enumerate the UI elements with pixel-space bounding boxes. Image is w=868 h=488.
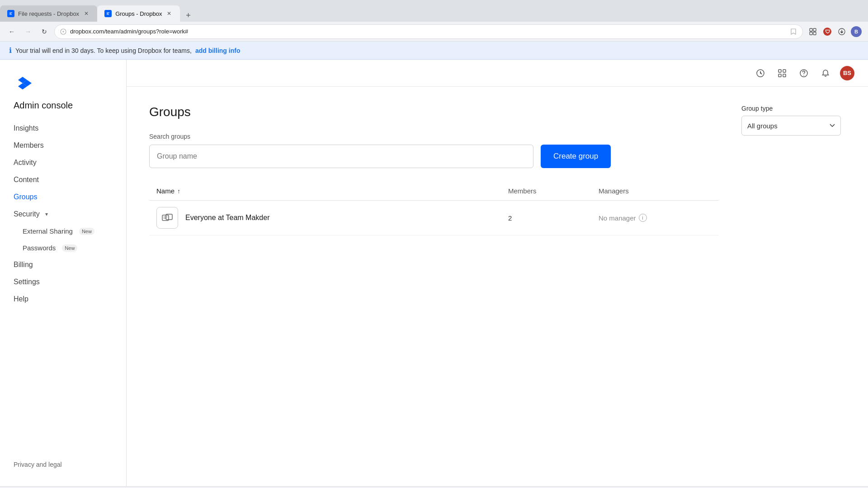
sidebar-item-external-sharing[interactable]: External Sharing New xyxy=(0,223,126,239)
sidebar-label-insights: Insights xyxy=(14,124,38,132)
info-circle-icon: ℹ xyxy=(9,46,12,55)
group-managers-cell: No manager i xyxy=(599,214,712,222)
sidebar: Admin console Insights Members Activity … xyxy=(0,60,127,486)
sidebar-label-billing: Billing xyxy=(14,261,33,269)
sort-icon: ↑ xyxy=(177,188,180,195)
table-header: Name ↑ Members Managers xyxy=(149,182,719,201)
group-members-count: 2 xyxy=(508,214,512,222)
main-topbar: BS xyxy=(127,60,868,87)
col-managers-label: Managers xyxy=(599,187,629,195)
tab-1-label: File requests - Dropbox xyxy=(18,10,79,17)
create-group-button[interactable]: Create group xyxy=(541,145,611,168)
tab-1-close[interactable]: ✕ xyxy=(83,10,90,17)
dropbox-logo[interactable] xyxy=(14,73,32,91)
sidebar-item-billing[interactable]: Billing xyxy=(0,256,126,273)
sidebar-label-help: Help xyxy=(14,295,28,303)
manager-info-icon[interactable]: i xyxy=(639,214,647,222)
sidebar-item-insights[interactable]: Insights xyxy=(0,120,126,137)
adblock-button[interactable]: 🛡 xyxy=(821,25,834,38)
avatar[interactable]: BS xyxy=(840,66,854,80)
sidebar-label-settings: Settings xyxy=(14,278,40,286)
tab-bar: File requests - Dropbox ✕ Groups - Dropb… xyxy=(0,0,868,22)
sidebar-item-help[interactable]: Help xyxy=(0,291,126,308)
nav-bar: ← → ↻ dropbox.com/team/admin/groups?role… xyxy=(0,22,868,42)
svg-rect-3 xyxy=(810,28,812,31)
passwords-badge: New xyxy=(62,244,77,252)
sidebar-item-settings[interactable]: Settings xyxy=(0,273,126,291)
logo-area xyxy=(0,69,126,100)
sidebar-item-groups[interactable]: Groups xyxy=(0,188,126,206)
sidebar-label-activity: Activity xyxy=(14,159,37,167)
col-name-header[interactable]: Name ↑ xyxy=(156,187,508,195)
forward-button[interactable]: → xyxy=(22,25,34,38)
back-button[interactable]: ← xyxy=(5,25,18,38)
tab-favicon-2 xyxy=(104,10,112,17)
grid-icon[interactable] xyxy=(775,66,789,80)
trial-banner-text: Your trial will end in 30 days. To keep … xyxy=(15,47,192,54)
bell-icon[interactable] xyxy=(818,66,833,80)
svg-point-14 xyxy=(803,75,804,75)
search-input[interactable] xyxy=(149,145,533,168)
lock-icon xyxy=(60,28,66,35)
group-icon xyxy=(156,207,178,229)
main-content: Groups Search groups Create group Name ↑ xyxy=(127,87,741,486)
col-managers-header: Managers xyxy=(599,187,712,195)
tab-groups[interactable]: Groups - Dropbox ✕ xyxy=(97,5,180,22)
table-row[interactable]: Everyone at Team Makder 2 No manager i xyxy=(149,201,719,235)
svg-rect-12 xyxy=(783,74,786,77)
external-sharing-badge: New xyxy=(79,228,94,235)
svg-rect-6 xyxy=(813,32,816,35)
group-members-cell: 2 xyxy=(508,214,599,222)
svg-rect-11 xyxy=(778,74,781,77)
sidebar-label-groups: Groups xyxy=(14,193,37,201)
group-type-section: Group type All groups Company managed Us… xyxy=(741,105,850,136)
col-members-label: Members xyxy=(508,187,537,195)
svg-rect-5 xyxy=(810,32,812,35)
col-name-label: Name xyxy=(156,187,175,195)
sidebar-label-external-sharing: External Sharing xyxy=(23,227,73,235)
new-tab-button[interactable]: + xyxy=(182,9,194,22)
col-members-header: Members xyxy=(508,187,599,195)
group-managers-label: No manager xyxy=(599,214,636,222)
sidebar-label-content: Content xyxy=(14,176,39,184)
sidebar-item-passwords[interactable]: Passwords New xyxy=(0,239,126,256)
group-name: Everyone at Team Makder xyxy=(185,214,269,222)
sidebar-item-members[interactable]: Members xyxy=(0,137,126,154)
groups-table: Name ↑ Members Managers xyxy=(149,182,719,235)
nav-icons: 🛡 B xyxy=(807,25,863,38)
svg-rect-10 xyxy=(783,70,786,72)
sidebar-item-activity[interactable]: Activity xyxy=(0,154,126,171)
svg-rect-9 xyxy=(778,70,781,72)
group-type-label: Group type xyxy=(741,105,850,112)
activity-icon[interactable] xyxy=(753,66,768,80)
browser-chrome: File requests - Dropbox ✕ Groups - Dropb… xyxy=(0,0,868,42)
sidebar-item-security[interactable]: Security ▾ xyxy=(0,206,126,223)
privacy-legal-link[interactable]: Privacy and legal xyxy=(14,461,62,468)
bookmark-icon[interactable] xyxy=(790,28,797,35)
tab-2-close[interactable]: ✕ xyxy=(165,10,173,17)
sidebar-label-security: Security xyxy=(14,210,40,218)
sidebar-item-content[interactable]: Content xyxy=(0,171,126,188)
search-row: Create group xyxy=(149,145,719,168)
tab-2-label: Groups - Dropbox xyxy=(115,10,162,17)
tab-favicon-1 xyxy=(7,10,14,17)
extensions-button[interactable] xyxy=(807,25,819,38)
sidebar-nav: Insights Members Activity Content Groups… xyxy=(0,120,126,452)
download-button[interactable] xyxy=(835,25,848,38)
url-text: dropbox.com/team/admin/groups?role=work# xyxy=(70,28,786,35)
address-bar[interactable]: dropbox.com/team/admin/groups?role=work# xyxy=(54,24,803,39)
sidebar-label-members: Members xyxy=(14,141,44,150)
tab-file-requests[interactable]: File requests - Dropbox ✕ xyxy=(0,5,97,22)
search-label: Search groups xyxy=(149,133,719,140)
group-name-cell: Everyone at Team Makder xyxy=(185,214,508,222)
add-billing-link[interactable]: add billing info xyxy=(195,47,241,54)
page-title: Groups xyxy=(149,105,719,119)
right-panel: Group type All groups Company managed Us… xyxy=(741,87,868,486)
app-layout: Admin console Insights Members Activity … xyxy=(0,60,868,486)
reload-button[interactable]: ↻ xyxy=(38,25,51,38)
help-icon[interactable] xyxy=(797,66,811,80)
profile-button[interactable]: B xyxy=(850,25,863,38)
status-bar: https://www.dropbox.com/team/admin/exter… xyxy=(0,486,868,488)
sidebar-footer[interactable]: Privacy and legal xyxy=(0,452,126,477)
group-type-select[interactable]: All groups Company managed User managed xyxy=(741,116,841,136)
